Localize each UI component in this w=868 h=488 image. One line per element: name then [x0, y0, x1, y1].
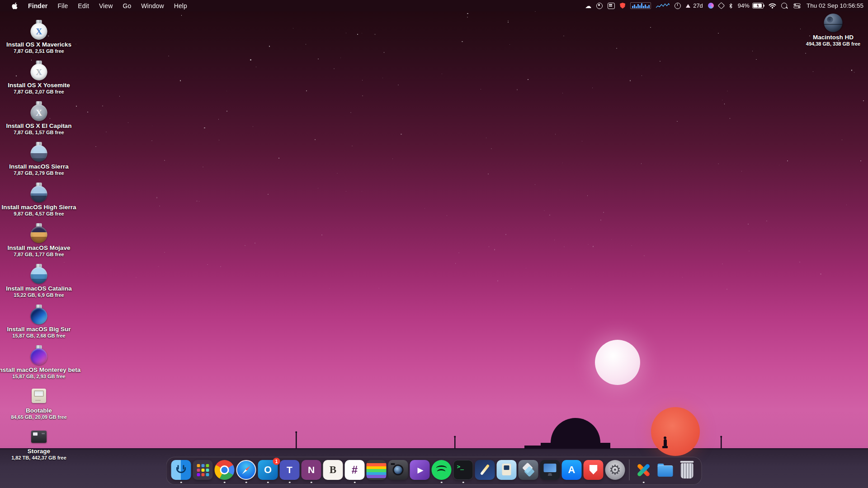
dock-app-store-icon[interactable]: [562, 460, 582, 480]
installer-volume-icon[interactable]: [0, 101, 89, 122]
dock-slack-icon[interactable]: [345, 460, 365, 480]
volume-info: 1,82 TB, 442,37 GB free: [0, 455, 89, 461]
circle-status-icon[interactable]: [596, 3, 603, 9]
dock-onenote-icon[interactable]: [302, 460, 321, 480]
macintosh-hd-icon[interactable]: [783, 14, 868, 33]
update-days-label[interactable]: 27d: [693, 2, 703, 9]
dock-color-stripes-app-icon[interactable]: [367, 460, 387, 480]
dock-classic-mac-app-icon[interactable]: [497, 460, 517, 480]
dock-camera-app-icon[interactable]: [388, 460, 408, 480]
running-indicator: [289, 482, 291, 483]
desktop-item-yosemite[interactable]: Install OS X Yosemite 7,87 GB, 2,07 GB f…: [0, 61, 89, 95]
control-center-icon[interactable]: [793, 3, 801, 9]
dock-display-app-icon[interactable]: [540, 460, 560, 480]
battery-icon[interactable]: [752, 3, 764, 9]
running-indicator: [441, 482, 443, 483]
dock-downloads-folder-icon[interactable]: [656, 460, 675, 480]
menu-app-name[interactable]: Finder: [23, 0, 52, 11]
installer-volume-icon[interactable]: [0, 345, 89, 366]
menu-bar-clock[interactable]: Thu 02 Sep 10:56:55: [806, 2, 863, 9]
installer-volume-icon[interactable]: [0, 20, 89, 41]
wifi-icon[interactable]: [769, 3, 776, 9]
volume-info: 84,65 GB, 20,09 GB free: [0, 414, 89, 420]
dock-terminal-icon[interactable]: [453, 460, 473, 480]
dock-trash-icon[interactable]: [679, 460, 695, 480]
diamond-status-icon[interactable]: [718, 2, 725, 9]
bluetooth-icon[interactable]: [729, 3, 733, 9]
countdown-triangle-icon[interactable]: [686, 4, 690, 8]
network-graph-icon[interactable]: [656, 2, 670, 9]
dock-layers-app-icon[interactable]: [519, 460, 538, 480]
desktop-item-highsierra[interactable]: Install macOS High Sierra 9,87 GB, 4,57 …: [0, 183, 89, 217]
menu-help[interactable]: Help: [169, 0, 192, 11]
spotlight-search-icon[interactable]: [781, 3, 787, 9]
volume-label: Install macOS High Sierra: [0, 204, 89, 211]
dock-launchpad-icon[interactable]: [193, 460, 213, 480]
dock-spotify-icon[interactable]: [432, 460, 452, 480]
desktop-item-sierra[interactable]: Install macOS Sierra 7,87 GB, 2,79 GB fr…: [0, 142, 89, 176]
classic-mac-volume-icon[interactable]: [0, 386, 89, 407]
dock-safari-icon[interactable]: [236, 460, 256, 480]
dock-teams-icon[interactable]: [280, 460, 300, 480]
dock-finder-icon[interactable]: [171, 460, 191, 480]
running-indicator: [462, 482, 464, 483]
volume-info: 9,87 GB, 4,57 GB free: [0, 211, 89, 217]
installer-volume-icon[interactable]: [0, 61, 89, 81]
cloud-icon[interactable]: ☁: [585, 3, 591, 9]
desktop-item-monterey[interactable]: Install macOS Monterey beta 15,87 GB, 2,…: [0, 345, 89, 380]
installer-volume-icon[interactable]: [0, 264, 89, 285]
volume-label: Install OS X Yosemite: [0, 82, 89, 89]
moon-graphic: [595, 340, 640, 385]
volume-info: 7,87 GB, 1,57 GB free: [0, 130, 89, 136]
sun-graphic: [651, 407, 700, 456]
volume-label: Install macOS Sierra: [0, 163, 89, 170]
desktop-item-elcapitan[interactable]: Install OS X El Capitan 7,87 GB, 1,57 GB…: [0, 101, 89, 136]
storage-volume-icon[interactable]: [0, 427, 89, 447]
desktop-item-mojave[interactable]: Install macOS Mojave 7,87 GB, 1,77 GB fr…: [0, 223, 89, 258]
volume-label: Install macOS Monterey beta: [0, 366, 89, 374]
desktop-screen: Finder File Edit View Go Window Help ☁ 2…: [0, 0, 868, 488]
red-shield-icon[interactable]: [620, 3, 625, 9]
colorful-orb-icon[interactable]: [708, 3, 714, 9]
menu-file[interactable]: File: [52, 0, 73, 11]
dock-red-shield-app-icon[interactable]: [584, 460, 604, 480]
apple-menu-icon[interactable]: [6, 0, 23, 11]
dock-pinwheel-x-app-icon[interactable]: [634, 460, 654, 480]
installer-volume-icon[interactable]: [0, 183, 89, 203]
installer-volume-icon[interactable]: [0, 142, 89, 163]
dock: 1: [166, 457, 702, 485]
installer-volume-icon[interactable]: [0, 305, 89, 325]
installer-volume-icon[interactable]: [0, 223, 89, 244]
running-indicator: [643, 482, 645, 483]
volume-label: Install OS X El Capitan: [0, 122, 89, 130]
volume-label: Storage: [0, 448, 89, 455]
skyline-silhouette: [0, 407, 868, 448]
dock-chrome-icon[interactable]: [215, 460, 235, 480]
widget-status-icon[interactable]: [608, 3, 615, 9]
cpu-graph-icon[interactable]: [630, 2, 651, 9]
volume-info: 15,87 GB, 2,68 GB free: [0, 333, 89, 339]
volume-label: Macintosh HD: [783, 34, 868, 41]
menu-edit[interactable]: Edit: [73, 0, 94, 11]
desktop-item-bigsur[interactable]: Install macOS Big Sur 15,87 GB, 2,68 GB …: [0, 305, 89, 339]
desktop-item-mavericks[interactable]: Install OS X Mavericks 7,87 GB, 2,51 GB …: [0, 20, 89, 54]
volume-label: Install macOS Big Sur: [0, 326, 89, 333]
desktop-item-catalina[interactable]: Install macOS Catalina 15,22 GB, 6,9 GB …: [0, 264, 89, 298]
dock-separator: [629, 460, 630, 480]
desktop-item-bootable[interactable]: Bootable 84,65 GB, 20,09 GB free: [0, 386, 89, 420]
dock-system-preferences-icon[interactable]: [605, 460, 625, 480]
dock-media-player-icon[interactable]: [410, 460, 430, 480]
gauge-icon[interactable]: [675, 3, 681, 9]
outlook-badge: 1: [273, 458, 280, 465]
desktop-item-storage[interactable]: Storage 1,82 TB, 442,37 GB free: [0, 427, 89, 461]
menu-view[interactable]: View: [94, 0, 118, 11]
desktop-item-macintosh-hd[interactable]: Macintosh HD 494,38 GB, 338 GB free: [783, 14, 868, 47]
volume-info: 7,87 GB, 2,51 GB free: [0, 48, 89, 54]
volume-info: 15,87 GB, 2,93 GB free: [0, 374, 89, 380]
dock-image-editor-icon[interactable]: [475, 460, 495, 480]
battery-percent[interactable]: 94%: [738, 2, 750, 9]
menu-window[interactable]: Window: [136, 0, 169, 11]
menu-go[interactable]: Go: [118, 0, 136, 11]
dock-bear-icon[interactable]: [323, 460, 343, 480]
menu-bar: Finder File Edit View Go Window Help ☁ 2…: [0, 0, 868, 11]
